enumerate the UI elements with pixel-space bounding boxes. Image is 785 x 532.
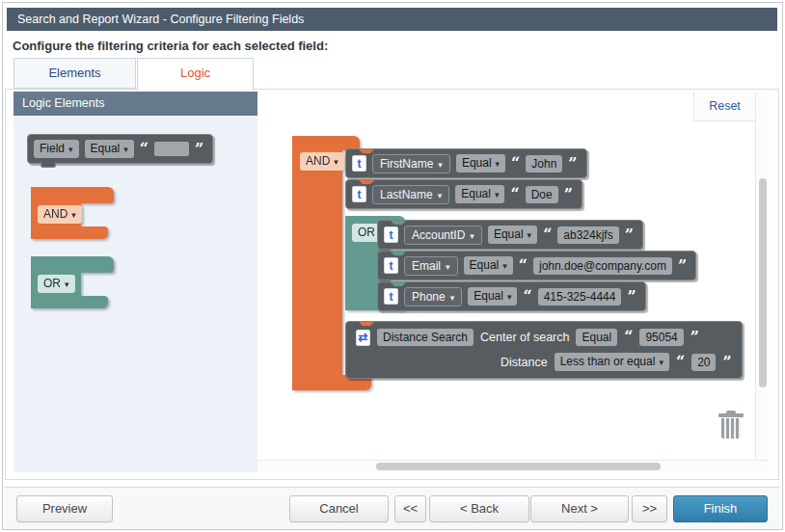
close-quote-icon (678, 261, 687, 271)
first-page-button[interactable]: << (394, 495, 426, 522)
close-quote-icon (722, 358, 731, 367)
palette-field-block[interactable]: Field Equal (27, 134, 213, 164)
filter-block-firstname[interactable]: t FirstName Equal John (345, 148, 587, 178)
close-quote-icon (568, 159, 577, 169)
value-input[interactable]: 415-325-4444 (538, 288, 622, 306)
logic-elements-panel: Logic Elements Field Equal AND OR (14, 92, 257, 472)
filter-block-phone[interactable]: t Phone Equal 415-325-4444 (377, 281, 646, 311)
and-dropdown[interactable]: AND (300, 152, 344, 171)
trash-bin (721, 418, 741, 439)
operator-dropdown[interactable]: Equal (456, 154, 505, 173)
distance-operator-dropdown[interactable]: Less than or equal (555, 353, 669, 371)
value-input[interactable]: john.doe@company.com (533, 257, 672, 275)
trash-lid (718, 413, 744, 417)
value-input[interactable]: 20 (691, 354, 716, 371)
distance-block-label: Distance Search (377, 329, 474, 346)
open-quote-icon (519, 261, 528, 271)
palette-body: Field Equal AND OR (14, 116, 257, 472)
dialog-title-bar: Search and Report Wizard - Configure Fil… (7, 8, 777, 31)
operator-chip[interactable]: Equal (576, 329, 617, 346)
reset-button[interactable]: Reset (693, 92, 755, 121)
next-button[interactable]: Next > (530, 495, 629, 522)
vertical-scrollbar[interactable] (755, 92, 769, 460)
value-input[interactable]: Doe (526, 186, 558, 203)
and-dropdown[interactable]: AND (38, 205, 82, 224)
page-instruction: Configure the filtering criteria for eac… (13, 39, 328, 53)
finish-button[interactable]: Finish (673, 495, 768, 522)
value-input[interactable]: John (526, 155, 562, 173)
operator-dropdown[interactable]: Equal (455, 185, 504, 203)
field-name-dropdown[interactable]: Email (404, 256, 458, 276)
operator-dropdown[interactable]: Equal (468, 287, 517, 306)
trash-icon[interactable] (718, 411, 744, 439)
last-page-button[interactable]: >> (632, 495, 667, 522)
horizontal-scrollbar[interactable] (257, 460, 769, 472)
close-quote-icon (627, 292, 636, 302)
field-name-dropdown[interactable]: Phone (404, 287, 462, 306)
palette-header: Logic Elements (14, 92, 257, 116)
operator-dropdown[interactable]: Equal (488, 226, 537, 244)
field-name-dropdown[interactable]: LastName (372, 185, 449, 204)
horizontal-scrollbar-thumb[interactable] (376, 463, 661, 470)
open-quote-icon (676, 358, 685, 367)
dialog-title: Search and Report Wizard - Configure Fil… (17, 13, 304, 26)
filter-block-email[interactable]: t Email Equal john.doe@company.com (377, 251, 696, 280)
and-block-bar (292, 136, 342, 390)
vertical-scrollbar-thumb[interactable] (759, 178, 767, 387)
close-quote-icon (564, 190, 573, 200)
preview-button[interactable]: Preview (16, 495, 113, 522)
filter-block-accountid[interactable]: t AccountID Equal ab324kjfs (377, 220, 643, 250)
open-quote-icon (624, 332, 633, 342)
footer-bar: Preview Cancel << < Back Next > >> Finis… (5, 487, 779, 529)
tab-logic[interactable]: Logic (137, 58, 254, 91)
open-quote-icon (511, 159, 520, 169)
open-quote-icon (140, 145, 149, 154)
operator-dropdown[interactable]: Equal (464, 256, 513, 275)
or-dropdown[interactable]: OR (38, 275, 75, 293)
operator-dropdown[interactable]: Equal (85, 140, 134, 158)
open-quote-icon (523, 292, 531, 302)
text-type-icon: t (352, 155, 366, 172)
text-type-icon: t (384, 226, 398, 243)
value-input[interactable]: 95054 (639, 329, 683, 346)
close-quote-icon (690, 332, 699, 342)
back-button[interactable]: < Back (429, 495, 529, 522)
logic-canvas[interactable]: Reset AND t FirstName Equal John t LastN… (257, 92, 755, 460)
field-name-dropdown[interactable]: FirstName (372, 154, 450, 173)
close-quote-icon (625, 230, 634, 240)
close-quote-icon (195, 145, 203, 154)
text-type-icon: t (384, 288, 398, 305)
open-quote-icon (510, 190, 519, 200)
value-input[interactable]: ab324kjfs (557, 226, 618, 244)
distance-label: Distance (501, 356, 548, 369)
filter-block-lastname[interactable]: t LastName Equal Doe (345, 179, 582, 209)
distance-type-icon: ⇄ (356, 330, 370, 346)
palette-or-block[interactable]: OR (31, 256, 114, 308)
distance-search-block[interactable]: ⇄ Distance Search Center of search Equal… (345, 321, 743, 379)
cancel-button[interactable]: Cancel (289, 495, 389, 522)
center-of-search-label: Center of search (480, 331, 569, 344)
open-quote-icon (543, 230, 552, 240)
value-input[interactable] (154, 142, 189, 156)
field-name-dropdown[interactable]: AccountID (404, 226, 482, 245)
text-type-icon: t (352, 186, 366, 202)
text-type-icon: t (384, 257, 398, 274)
field-dropdown[interactable]: Field (34, 140, 79, 158)
palette-and-block[interactable]: AND (31, 187, 114, 239)
tab-elements[interactable]: Elements (14, 58, 136, 89)
